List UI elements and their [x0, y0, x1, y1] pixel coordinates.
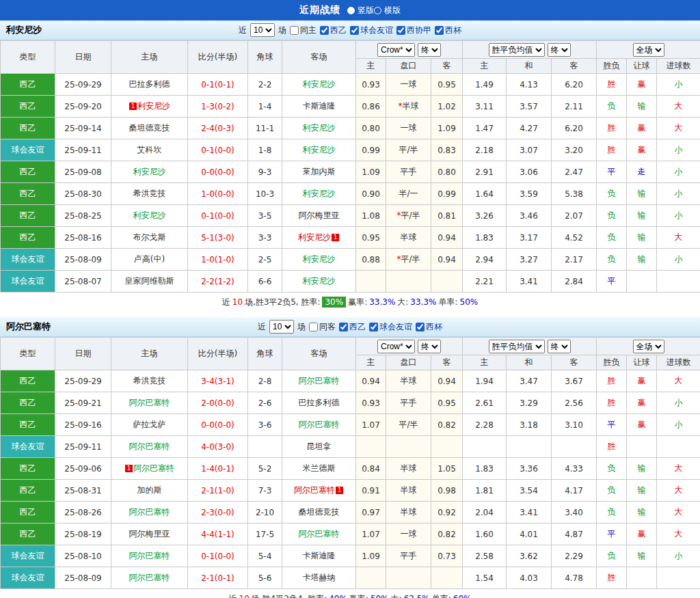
match-count-select[interactable]: 10	[250, 23, 275, 37]
team-name[interactable]: 利安尼沙	[303, 145, 336, 154]
team-name[interactable]: 阿尔巴塞特	[294, 485, 335, 495]
team-name[interactable]: 桑坦德竞技	[129, 123, 170, 133]
team-name[interactable]: 巴拉多利德	[129, 79, 170, 89]
league-checkbox[interactable]: 球会友谊	[369, 321, 412, 333]
team-name[interactable]: 利安尼沙	[133, 210, 166, 220]
handicap-result-cell: 输	[627, 96, 657, 118]
team-name[interactable]: 米兰德斯	[303, 463, 336, 473]
red-card-badge: 1	[125, 465, 133, 472]
team-name[interactable]: 卡斯迪隆	[303, 551, 336, 560]
odds-away-cell: 0.73	[431, 545, 463, 567]
table-row: 西乙25-09-29希洪竞技3-4(3-1)2-8阿尔巴塞特0.94半球0.94…	[1, 370, 700, 392]
fulltime-group-header: 全场	[597, 41, 700, 59]
team-name[interactable]: 阿尔巴塞特	[129, 551, 170, 560]
team-name[interactable]: 阿尔巴塞特	[299, 376, 340, 385]
fulltime-select[interactable]: 全场	[633, 340, 664, 353]
team-name[interactable]: 阿尔梅里亚	[129, 529, 170, 539]
match-date: 25-08-10	[55, 545, 111, 567]
odds-time-select[interactable]: 终	[418, 43, 441, 57]
same-venue-checkbox[interactable]: 同客	[309, 321, 336, 333]
home-team-cell: 巴拉多利德	[111, 74, 188, 96]
team-name[interactable]: 卢高(中)	[134, 254, 165, 264]
team-name[interactable]: 阿尔巴塞特	[299, 529, 340, 539]
score-cell: 2-4(0-3)	[188, 118, 248, 139]
team-name[interactable]: 利安尼沙	[303, 79, 336, 89]
score-cell: 2-1(0-1)	[188, 567, 248, 589]
avg-home-cell: 1.83	[463, 227, 507, 249]
team-name[interactable]: 艾科坎	[137, 145, 162, 154]
team-name[interactable]: 阿尔巴塞特	[129, 507, 170, 517]
team-name[interactable]: 卡塔赫纳	[303, 573, 336, 582]
match-count-select[interactable]: 10	[269, 320, 294, 334]
team-name[interactable]: 利安尼沙	[303, 254, 336, 264]
team-name[interactable]: 布尔戈斯	[133, 232, 166, 242]
league-checkbox[interactable]: 西乙	[339, 321, 366, 333]
team-name[interactable]: 加的斯	[137, 485, 162, 495]
odds-time-select[interactable]: 终	[418, 340, 441, 353]
odds-company-select[interactable]: Crow*	[377, 43, 415, 57]
team-name[interactable]: 莱加内斯	[303, 167, 336, 176]
team-name[interactable]: 阿尔巴塞特	[129, 441, 170, 451]
same-venue-label: 同客	[319, 321, 336, 333]
league-checkbox[interactable]: 球会友谊	[350, 25, 393, 36]
table-row: 西乙25-08-30希洪竞技1-0(0-0)10-3利安尼沙0.90半/一0.9…	[1, 183, 700, 205]
league-checkbox[interactable]: 西协甲	[396, 25, 431, 36]
match-date: 25-09-29	[55, 370, 111, 392]
team-name[interactable]: 阿尔巴塞特	[133, 463, 174, 473]
same-venue-checkbox[interactable]: 同主	[290, 25, 317, 36]
odds-company-select[interactable]: Crow*	[377, 340, 415, 353]
team-name[interactable]: 希洪竞技	[133, 189, 166, 198]
match-date: 25-08-09	[55, 567, 111, 589]
avg-time-select[interactable]: 终	[548, 340, 571, 353]
odds-home-cell: 0.95	[356, 227, 386, 249]
corner-cell: 3-3	[248, 227, 282, 249]
handicap-cell: *平/半	[386, 249, 431, 271]
sub-column-header: 主	[356, 355, 386, 370]
team-name[interactable]: 利安尼沙	[303, 276, 336, 286]
avg-odds-select[interactable]: 胜平负均值	[489, 43, 545, 57]
league-checkbox[interactable]: 西杯	[416, 321, 442, 333]
team-name[interactable]: 希洪竞技	[133, 376, 166, 385]
away-team-cell: 利安尼沙	[282, 249, 356, 271]
team-name[interactable]: 利安尼沙	[303, 189, 336, 198]
corner-cell	[248, 436, 282, 458]
league-checkbox[interactable]: 西乙	[320, 25, 347, 36]
avg-odds-select[interactable]: 胜平负均值	[489, 340, 545, 353]
radio-horizontal[interactable]: 横版	[374, 5, 401, 16]
avg-home-cell: 2.04	[463, 502, 507, 524]
odds-home-cell	[356, 436, 386, 458]
sub-column-header: 客	[431, 59, 463, 74]
fulltime-select[interactable]: 全场	[633, 43, 664, 57]
sub-column-header: 让球	[627, 59, 657, 74]
team-name[interactable]: 萨拉戈萨	[133, 420, 166, 429]
home-team-cell: 1利安尼沙	[111, 96, 188, 118]
table-row: 西乙25-08-19阿尔梅里亚4-4(1-1)17-5阿尔巴塞特1.07一球0.…	[1, 524, 700, 545]
handicap-result-cell: 赢	[627, 524, 657, 545]
team-name[interactable]: 昆坦拿	[307, 441, 332, 451]
goals-result-cell	[657, 271, 700, 293]
team-name[interactable]: 利安尼沙	[298, 232, 331, 242]
away-team-cell: 卡斯迪隆	[282, 96, 356, 118]
result-cell: 平	[597, 524, 627, 545]
sub-column-header: 和	[507, 355, 552, 370]
radio-dot-icon	[347, 7, 355, 14]
avg-time-select[interactable]: 终	[548, 43, 571, 57]
team-name[interactable]: 皇家阿维勒斯	[125, 276, 174, 286]
team-name[interactable]: 阿尔巴塞特	[299, 420, 340, 429]
page-title: 近期战绩	[299, 4, 340, 16]
team-name[interactable]: 利安尼沙	[133, 167, 166, 176]
team-name[interactable]: 阿尔巴塞特	[129, 398, 170, 407]
match-date: 25-08-25	[55, 205, 111, 227]
team-name[interactable]: 卡斯迪隆	[303, 101, 336, 111]
team-name[interactable]: 桑坦德竞技	[299, 507, 340, 517]
team-name[interactable]: 阿尔巴塞特	[129, 573, 170, 582]
radio-vertical[interactable]: 竖版	[347, 5, 374, 16]
league-checkbox[interactable]: 西杯	[435, 25, 461, 36]
team-name[interactable]: 阿尔梅里亚	[299, 210, 340, 220]
team-name[interactable]: 利安尼沙	[137, 101, 170, 111]
results-table: 类型日期主场比分(半场)角球客场Crow*终胜平负均值终全场主盘口客主和客胜负让…	[0, 337, 700, 589]
sub-column-header: 和	[507, 59, 552, 74]
team-name[interactable]: 利安尼沙	[303, 123, 336, 133]
team-name[interactable]: 巴拉多利德	[299, 398, 340, 407]
goals-result-cell: 大	[657, 524, 700, 545]
